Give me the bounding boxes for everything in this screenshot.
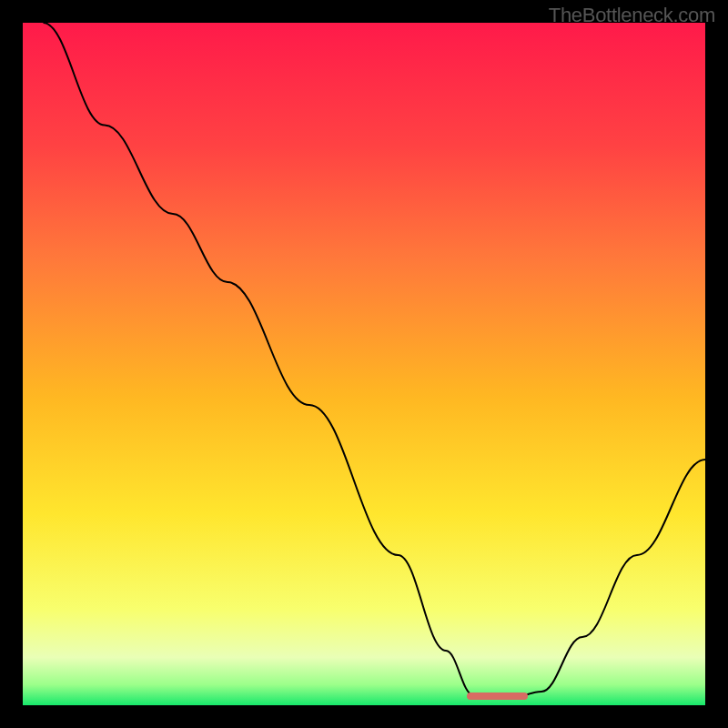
plot-area	[23, 23, 705, 705]
bottleneck-curve	[23, 23, 705, 705]
chart-frame	[23, 23, 705, 705]
watermark-text: TheBottleneck.com	[549, 4, 715, 27]
optimal-range-marker	[467, 693, 529, 700]
